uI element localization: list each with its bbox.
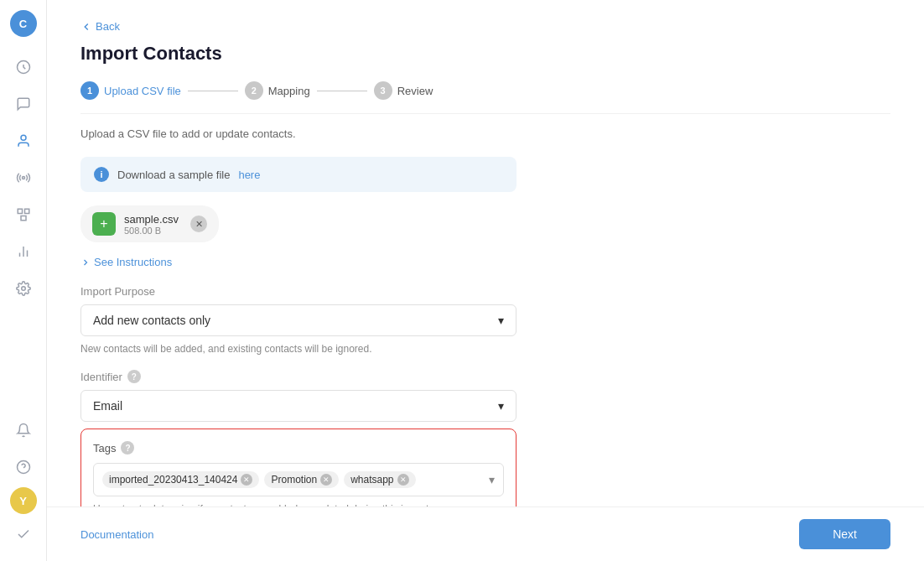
- identifier-help-icon[interactable]: ?: [127, 370, 141, 383]
- identifier-select[interactable]: Email ▾: [80, 390, 517, 422]
- import-purpose-chevron: ▾: [498, 314, 504, 327]
- sidebar-icon-chat[interactable]: [7, 87, 40, 121]
- step-line-2: [317, 91, 367, 91]
- step-1-label: Upload CSV file: [104, 85, 181, 97]
- svg-rect-5: [21, 216, 26, 221]
- sample-file-link[interactable]: here: [238, 169, 260, 181]
- svg-rect-3: [18, 209, 22, 213]
- identifier-value: Email: [93, 399, 122, 413]
- tag-chip-0-label: imported_20230413_140424: [109, 474, 237, 486]
- see-instructions-label: See Instructions: [94, 256, 172, 268]
- steps-indicator: 1 Upload CSV file 2 Mapping 3 Review: [80, 81, 890, 100]
- tag-chip-2-remove[interactable]: ✕: [397, 474, 409, 486]
- tags-chips: imported_20230413_140424 ✕ Promotion ✕ w…: [102, 471, 484, 488]
- svg-point-9: [21, 287, 25, 291]
- svg-point-1: [21, 135, 26, 140]
- sidebar-icon-hierarchy[interactable]: [7, 198, 40, 231]
- back-label: Back: [96, 20, 120, 33]
- svg-point-2: [22, 177, 24, 179]
- step-line-1: [188, 91, 238, 91]
- tags-label: Tags: [93, 442, 116, 455]
- info-banner: i Download a sample file here: [80, 157, 517, 192]
- import-purpose-value: Add new contacts only: [93, 314, 210, 327]
- file-icon: +: [92, 212, 116, 236]
- tag-chip-2-label: whatsapp: [350, 474, 393, 486]
- app-avatar: C: [10, 10, 37, 37]
- sidebar-icon-help[interactable]: [7, 450, 40, 484]
- sidebar-icon-analytics[interactable]: [7, 235, 40, 268]
- step-2: 2 Mapping: [245, 81, 310, 100]
- import-purpose-label: Import Purpose: [80, 285, 890, 298]
- identifier-chevron: ▾: [498, 399, 504, 413]
- step-3-label: Review: [397, 85, 433, 97]
- tag-chip-2: whatsapp ✕: [344, 471, 415, 488]
- sidebar-icon-bell[interactable]: [7, 413, 40, 447]
- sidebar-bottom: Y: [7, 413, 40, 551]
- page-title: Import Contacts: [80, 43, 890, 65]
- info-text: Download a sample file: [117, 169, 230, 181]
- file-name: sample.csv: [124, 213, 179, 226]
- tags-section: Tags ? imported_20230413_140424 ✕ Promot…: [80, 429, 517, 506]
- identifier-label-row: Identifier ?: [80, 370, 890, 383]
- file-item: + sample.csv 508.00 B ✕: [80, 205, 219, 242]
- step-1-circle: 1: [80, 81, 99, 100]
- step-3: 3 Review: [374, 81, 433, 100]
- see-instructions-link[interactable]: See Instructions: [80, 256, 890, 268]
- step-2-circle: 2: [245, 81, 263, 100]
- tags-label-row: Tags ?: [93, 441, 504, 455]
- user-avatar[interactable]: Y: [10, 487, 37, 514]
- step-1: 1 Upload CSV file: [80, 81, 181, 100]
- tags-input-area[interactable]: imported_20230413_140424 ✕ Promotion ✕ w…: [93, 463, 504, 496]
- file-size: 508.00 B: [124, 226, 179, 236]
- divider-1: [80, 113, 890, 114]
- tag-chip-1-remove[interactable]: ✕: [320, 474, 332, 486]
- next-button[interactable]: Next: [799, 519, 890, 549]
- tags-help-icon[interactable]: ?: [121, 441, 134, 455]
- identifier-label: Identifier: [80, 371, 122, 383]
- sidebar-icon-check[interactable]: [7, 517, 40, 551]
- documentation-link[interactable]: Documentation: [80, 528, 153, 541]
- file-info: sample.csv 508.00 B: [124, 213, 179, 236]
- footer: Documentation Next: [47, 506, 924, 561]
- tag-chip-1-label: Promotion: [271, 474, 317, 486]
- import-purpose-select[interactable]: Add new contacts only ▾: [80, 304, 517, 336]
- file-remove-button[interactable]: ✕: [190, 216, 207, 232]
- import-purpose-hint: New contacts will be added, and existing…: [80, 343, 890, 355]
- main-content: Back Import Contacts 1 Upload CSV file 2…: [47, 0, 924, 561]
- sidebar: C: [0, 0, 47, 561]
- info-icon: i: [94, 167, 109, 182]
- sidebar-icon-broadcast[interactable]: [7, 161, 40, 195]
- step-3-circle: 3: [374, 81, 392, 100]
- svg-rect-4: [24, 209, 29, 213]
- tag-chip-0: imported_20230413_140424 ✕: [102, 471, 259, 488]
- tag-chip-0-remove[interactable]: ✕: [241, 474, 252, 486]
- sidebar-icon-contacts[interactable]: [7, 124, 40, 158]
- back-link[interactable]: Back: [80, 20, 890, 33]
- content-area: Back Import Contacts 1 Upload CSV file 2…: [47, 0, 924, 506]
- upload-subtitle: Upload a CSV file to add or update conta…: [80, 127, 890, 140]
- sidebar-icon-dashboard[interactable]: [7, 50, 40, 84]
- tags-dropdown-chevron[interactable]: ▾: [489, 473, 495, 486]
- sidebar-icon-settings[interactable]: [7, 272, 40, 305]
- tag-chip-1: Promotion ✕: [264, 471, 339, 488]
- step-2-label: Mapping: [268, 85, 310, 97]
